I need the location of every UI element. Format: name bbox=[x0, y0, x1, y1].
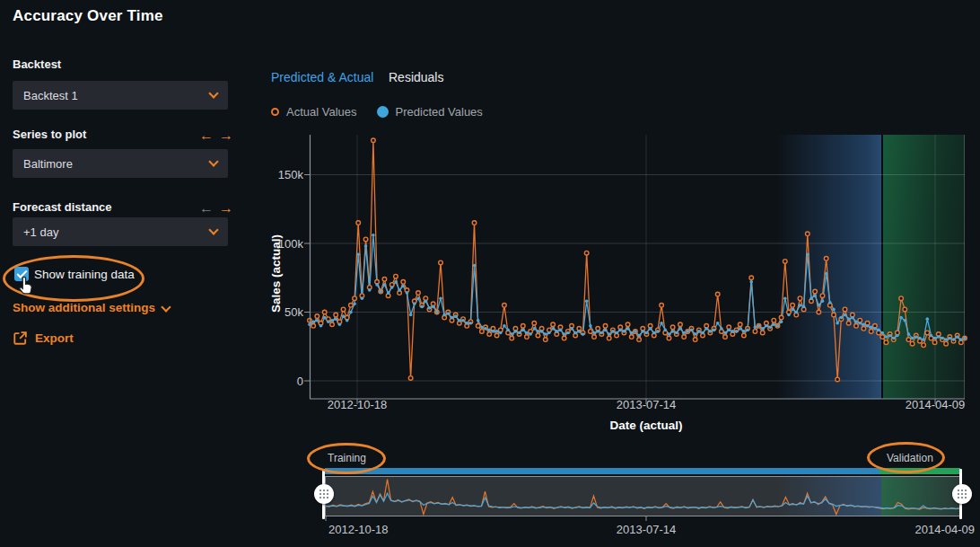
main-chart-area: 0 50k 100k 150k Sales (actual) bbox=[269, 126, 980, 440]
page-title: Accuracy Over Time bbox=[13, 7, 163, 25]
validation-label: Validation bbox=[887, 452, 933, 464]
training-period-bar bbox=[325, 468, 879, 474]
series-prev-arrow-icon[interactable]: ← bbox=[199, 128, 214, 143]
show-training-label: Show training data bbox=[34, 268, 135, 281]
forecast-dropdown[interactable]: +1 day bbox=[13, 217, 228, 246]
mini-x-tick-3: 2014-04-09 bbox=[903, 523, 975, 536]
predicted-actual-plot bbox=[310, 135, 965, 408]
accuracy-over-time-page: Accuracy Over Time Backtest Backtest 1 S… bbox=[0, 0, 980, 547]
chevron-down-icon bbox=[161, 302, 171, 312]
series-dropdown[interactable]: Baltimore bbox=[13, 149, 228, 178]
hand-cursor-icon bbox=[15, 276, 35, 297]
forecast-prev-arrow-icon: ← bbox=[199, 201, 214, 216]
series-value: Baltimore bbox=[23, 157, 210, 171]
x-tick-3: 2014-04-09 bbox=[890, 398, 980, 411]
series-next-arrow-icon[interactable]: → bbox=[219, 128, 233, 143]
export-label: Export bbox=[35, 331, 74, 345]
y-tick-150k: 150k bbox=[269, 168, 303, 181]
chevron-down-icon bbox=[208, 88, 218, 98]
backtest-label: Backtest bbox=[13, 57, 61, 71]
export-button[interactable]: Export bbox=[13, 331, 74, 346]
show-additional-settings-link[interactable]: Show additional settings bbox=[13, 301, 170, 314]
brush-left-handle[interactable] bbox=[314, 484, 334, 504]
series-to-plot-label: Series to plot bbox=[13, 128, 86, 141]
y-tick-0: 0 bbox=[269, 375, 303, 388]
forecast-distance-label: Forecast distance bbox=[13, 200, 112, 214]
show-additional-settings-label: Show additional settings bbox=[13, 301, 155, 314]
mini-plot bbox=[326, 477, 959, 516]
forecast-value: +1 day bbox=[23, 225, 210, 239]
actual-values-legend-label: Actual Values bbox=[286, 105, 357, 119]
chevron-down-icon bbox=[208, 156, 218, 166]
x-tick-1: 2012-10-18 bbox=[312, 398, 402, 411]
tab-predicted-actual[interactable]: Predicted & Actual bbox=[271, 70, 373, 84]
chevron-down-icon bbox=[208, 225, 218, 234]
backtest-dropdown[interactable]: Backtest 1 bbox=[13, 81, 228, 110]
gridlines bbox=[310, 135, 965, 399]
mini-x-tick-1: 2012-10-18 bbox=[328, 523, 389, 536]
brush-right-handle[interactable] bbox=[952, 484, 972, 504]
training-label: Training bbox=[328, 452, 366, 464]
mini-axis-ticks bbox=[323, 516, 962, 522]
actual-values-legend-icon bbox=[271, 108, 279, 116]
export-icon bbox=[13, 331, 28, 346]
y-axis-title: Sales (actual) bbox=[269, 211, 283, 337]
mini-x-tick-2: 2013-07-14 bbox=[601, 523, 691, 536]
tab-residuals[interactable]: Residuals bbox=[389, 70, 443, 84]
x-axis-title: Date (actual) bbox=[565, 419, 727, 432]
x-tick-2: 2013-07-14 bbox=[601, 398, 691, 411]
predicted-values-legend-icon bbox=[377, 106, 389, 118]
predicted-values-legend-label: Predicted Values bbox=[396, 105, 483, 119]
validation-period-bar bbox=[879, 468, 960, 474]
range-brush-area[interactable] bbox=[325, 476, 960, 516]
backtest-value: Backtest 1 bbox=[23, 89, 210, 102]
forecast-next-arrow-icon[interactable]: → bbox=[219, 201, 233, 216]
